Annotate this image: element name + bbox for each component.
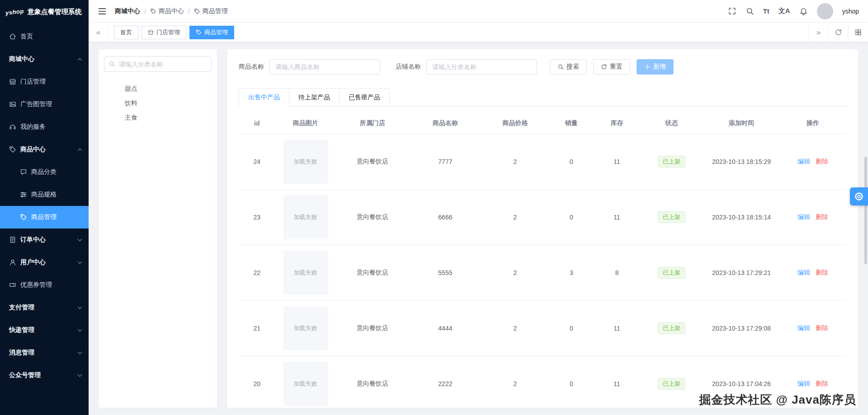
tags-scroll-right-button[interactable]: » [808, 23, 828, 42]
tab-store-management[interactable]: 门店管理 [142, 26, 186, 39]
tags-scroll-left-button[interactable]: « [89, 23, 108, 42]
shop-icon [9, 78, 16, 85]
edit-link[interactable]: 编辑 [797, 269, 810, 276]
sidebar-item-coupon-management[interactable]: 优惠券管理 [0, 274, 89, 296]
category-search [104, 56, 212, 72]
cell-id: 22 [239, 245, 275, 301]
cell-stock: 11 [594, 356, 640, 408]
breadcrumb-item[interactable]: 商品中心 [150, 7, 184, 15]
sidebar-group-user-center[interactable]: 用户中心 [0, 251, 89, 274]
cell-price: 2 [482, 190, 549, 245]
cell-stock: 11 [594, 301, 640, 356]
breadcrumb-label: 商城中心 [115, 7, 140, 15]
double-chevron-right-icon: » [816, 28, 821, 37]
bell-icon[interactable] [799, 7, 808, 15]
price-tag-icon [194, 8, 200, 14]
product-status-tabs: 出售中产品 待上架产品 已售罄产品 [239, 88, 846, 107]
delete-link[interactable]: 删除 [816, 380, 828, 387]
edit-link[interactable]: 编辑 [797, 380, 810, 387]
cell-time: 2023-10-13 17:04:26 [703, 356, 779, 408]
refresh-icon [601, 64, 607, 70]
text-size-icon[interactable]: Tt [763, 7, 769, 15]
sidebar-item-my-services[interactable]: 我的服务 [0, 116, 89, 138]
sidebar-group-product-center[interactable]: 商品中心 [0, 138, 89, 161]
cell-image: 加载失败 [275, 190, 336, 245]
column-price: 商品价格 [482, 112, 549, 134]
chevron-down-icon [78, 304, 82, 309]
reset-button-label: 重置 [610, 63, 623, 71]
breadcrumb-separator: / [188, 8, 190, 15]
tab-pending-products[interactable]: 待上架产品 [289, 88, 340, 106]
hamburger-menu-icon[interactable] [98, 7, 107, 16]
fullscreen-icon[interactable] [728, 7, 736, 15]
sidebar-item-product-spec[interactable]: 商品规格 [0, 183, 89, 206]
store-name-input[interactable] [426, 59, 537, 75]
breadcrumb-item[interactable]: 商品管理 [194, 7, 228, 15]
sidebar-group-official-account-management[interactable]: 公众号管理 [0, 364, 89, 387]
price-tag-icon [9, 146, 16, 153]
avatar[interactable] [817, 3, 833, 19]
top-header: 商城中心 / 商品中心 / 商品管理 Tt 文A yshop [89, 0, 868, 23]
refresh-button[interactable] [828, 23, 848, 42]
chevron-down-icon [78, 327, 82, 331]
tags-list: 首页 门店管理 商品管理 [108, 23, 808, 42]
cell-store: 意向餐饮店 [336, 301, 409, 356]
reset-button[interactable]: 重置 [593, 59, 630, 75]
search-icon [108, 61, 115, 67]
category-item-staple[interactable]: 主食 [104, 111, 212, 125]
category-search-input[interactable] [104, 56, 212, 72]
search-button[interactable]: 搜索 [550, 59, 587, 75]
category-panel: 甜点 饮料 主食 [99, 49, 217, 408]
sidebar-group-order-center[interactable]: 订单中心 [0, 228, 89, 251]
edit-link[interactable]: 编辑 [797, 213, 810, 220]
tab-home[interactable]: 首页 [114, 26, 138, 39]
tab-on-sale-products[interactable]: 出售中产品 [239, 88, 289, 106]
cell-name: 7777 [409, 134, 481, 190]
tag-icon [196, 29, 202, 35]
edit-link[interactable]: 编辑 [797, 158, 810, 165]
sidebar-item-store-management[interactable]: 门店管理 [0, 70, 89, 93]
tab-product-management[interactable]: 商品管理 [189, 26, 234, 39]
status-badge: 已上架 [658, 267, 685, 279]
category-item-drinks[interactable]: 饮料 [104, 96, 212, 111]
delete-link[interactable]: 删除 [816, 213, 828, 220]
settings-gear-button[interactable] [850, 187, 868, 205]
cell-sales: 0 [548, 190, 594, 245]
page-content: 甜点 饮料 主食 商品名称 店铺名称 搜索 [89, 42, 868, 415]
sidebar-item-product-category[interactable]: 商品分类 [0, 161, 89, 183]
search-icon[interactable] [745, 7, 754, 15]
delete-link[interactable]: 删除 [816, 269, 828, 276]
chevron-up-icon [78, 58, 82, 62]
cell-stock: 8 [594, 245, 640, 301]
vertical-scrollbar-thumb[interactable] [864, 157, 867, 264]
delete-link[interactable]: 删除 [816, 324, 828, 331]
translate-icon[interactable]: 文A [778, 7, 790, 15]
sidebar-group-express-management[interactable]: 快递管理 [0, 319, 89, 341]
main-column: 商城中心 / 商品中心 / 商品管理 Tt 文A yshop [89, 0, 868, 415]
sidebar-item-label: 商品分类 [31, 168, 57, 176]
category-item-dessert[interactable]: 甜点 [104, 82, 212, 96]
sidebar-item-product-management[interactable]: 商品管理 [0, 206, 89, 228]
breadcrumb-item[interactable]: 商城中心 [115, 7, 140, 15]
tab-label: 商品管理 [204, 28, 228, 37]
edit-link[interactable]: 编辑 [797, 324, 810, 331]
table-header-row: id 商品图片 所属门店 商品名称 商品价格 销量 库存 状态 添加时间 操作 [239, 112, 846, 134]
tab-sold-out-products[interactable]: 已售罄产品 [339, 88, 390, 106]
sidebar-group-mall-center[interactable]: 商城中心 [0, 48, 89, 70]
ticket-icon [9, 281, 16, 289]
cell-price: 2 [482, 356, 549, 408]
cell-status: 已上架 [640, 301, 703, 356]
tags-menu-button[interactable] [848, 23, 868, 42]
sidebar-group-message-management[interactable]: 消息管理 [0, 341, 89, 364]
store-name-label: 店铺名称 [396, 63, 421, 71]
cell-sales: 3 [548, 245, 594, 301]
sidebar-item-ad-image-management[interactable]: 广告图管理 [0, 93, 89, 116]
sidebar-group-payment-management[interactable]: 支付管理 [0, 296, 89, 319]
add-button[interactable]: 新增 [637, 59, 674, 75]
cell-name: 4444 [409, 301, 481, 356]
delete-link[interactable]: 删除 [816, 158, 828, 165]
cell-image: 加载失败 [275, 301, 336, 356]
chevron-up-icon [78, 148, 82, 153]
sidebar-item-home[interactable]: 首页 [0, 25, 89, 48]
product-name-input[interactable] [269, 59, 380, 75]
